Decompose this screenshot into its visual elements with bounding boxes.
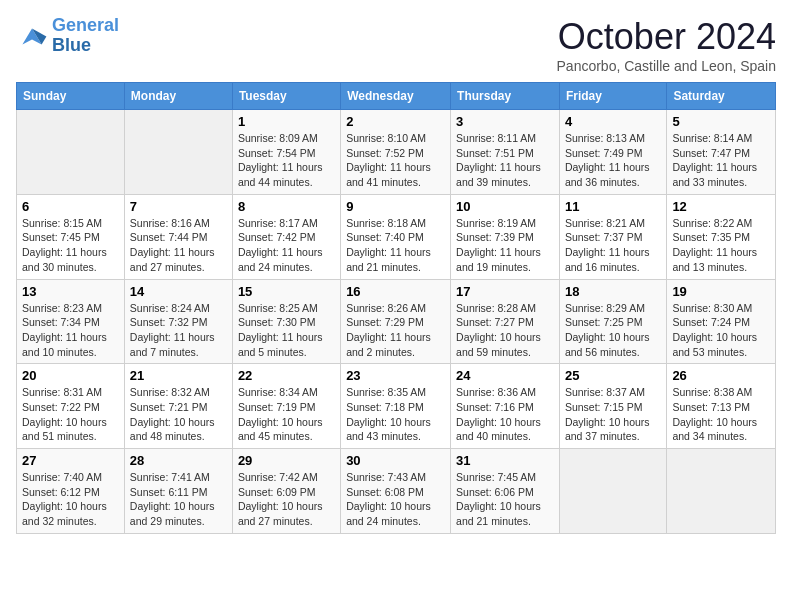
day-number: 2 [346,114,445,129]
calendar-cell: 2Sunrise: 8:10 AMSunset: 7:52 PMDaylight… [341,110,451,195]
day-number: 26 [672,368,770,383]
calendar-cell: 18Sunrise: 8:29 AMSunset: 7:25 PMDayligh… [559,279,666,364]
header-thursday: Thursday [451,83,560,110]
calendar-cell: 23Sunrise: 8:35 AMSunset: 7:18 PMDayligh… [341,364,451,449]
day-number: 16 [346,284,445,299]
day-info: Sunrise: 8:34 AMSunset: 7:19 PMDaylight:… [238,385,335,444]
day-info: Sunrise: 8:37 AMSunset: 7:15 PMDaylight:… [565,385,661,444]
calendar-cell: 26Sunrise: 8:38 AMSunset: 7:13 PMDayligh… [667,364,776,449]
calendar-cell: 29Sunrise: 7:42 AMSunset: 6:09 PMDayligh… [232,449,340,534]
day-number: 22 [238,368,335,383]
day-number: 12 [672,199,770,214]
day-info: Sunrise: 8:13 AMSunset: 7:49 PMDaylight:… [565,131,661,190]
calendar-cell: 17Sunrise: 8:28 AMSunset: 7:27 PMDayligh… [451,279,560,364]
day-info: Sunrise: 8:36 AMSunset: 7:16 PMDaylight:… [456,385,554,444]
calendar-cell: 1Sunrise: 8:09 AMSunset: 7:54 PMDaylight… [232,110,340,195]
header-monday: Monday [124,83,232,110]
calendar-cell: 12Sunrise: 8:22 AMSunset: 7:35 PMDayligh… [667,194,776,279]
day-number: 7 [130,199,227,214]
day-info: Sunrise: 8:24 AMSunset: 7:32 PMDaylight:… [130,301,227,360]
calendar-cell: 21Sunrise: 8:32 AMSunset: 7:21 PMDayligh… [124,364,232,449]
day-number: 24 [456,368,554,383]
day-number: 25 [565,368,661,383]
day-number: 19 [672,284,770,299]
day-number: 15 [238,284,335,299]
day-number: 18 [565,284,661,299]
calendar-table: SundayMondayTuesdayWednesdayThursdayFrid… [16,82,776,534]
calendar-cell: 7Sunrise: 8:16 AMSunset: 7:44 PMDaylight… [124,194,232,279]
calendar-cell: 5Sunrise: 8:14 AMSunset: 7:47 PMDaylight… [667,110,776,195]
calendar-cell [17,110,125,195]
day-number: 17 [456,284,554,299]
week-row-2: 6Sunrise: 8:15 AMSunset: 7:45 PMDaylight… [17,194,776,279]
day-number: 11 [565,199,661,214]
location-subtitle: Pancorbo, Castille and Leon, Spain [557,58,776,74]
calendar-cell: 19Sunrise: 8:30 AMSunset: 7:24 PMDayligh… [667,279,776,364]
week-row-5: 27Sunrise: 7:40 AMSunset: 6:12 PMDayligh… [17,449,776,534]
day-number: 29 [238,453,335,468]
calendar-cell [667,449,776,534]
calendar-cell: 6Sunrise: 8:15 AMSunset: 7:45 PMDaylight… [17,194,125,279]
calendar-cell: 31Sunrise: 7:45 AMSunset: 6:06 PMDayligh… [451,449,560,534]
day-number: 8 [238,199,335,214]
header-saturday: Saturday [667,83,776,110]
calendar-cell: 14Sunrise: 8:24 AMSunset: 7:32 PMDayligh… [124,279,232,364]
day-info: Sunrise: 8:10 AMSunset: 7:52 PMDaylight:… [346,131,445,190]
day-number: 13 [22,284,119,299]
day-number: 27 [22,453,119,468]
day-info: Sunrise: 7:42 AMSunset: 6:09 PMDaylight:… [238,470,335,529]
calendar-cell: 16Sunrise: 8:26 AMSunset: 7:29 PMDayligh… [341,279,451,364]
day-info: Sunrise: 7:43 AMSunset: 6:08 PMDaylight:… [346,470,445,529]
day-info: Sunrise: 8:30 AMSunset: 7:24 PMDaylight:… [672,301,770,360]
day-info: Sunrise: 7:41 AMSunset: 6:11 PMDaylight:… [130,470,227,529]
day-info: Sunrise: 8:16 AMSunset: 7:44 PMDaylight:… [130,216,227,275]
month-title: October 2024 [557,16,776,58]
day-info: Sunrise: 7:40 AMSunset: 6:12 PMDaylight:… [22,470,119,529]
day-info: Sunrise: 8:21 AMSunset: 7:37 PMDaylight:… [565,216,661,275]
day-info: Sunrise: 8:26 AMSunset: 7:29 PMDaylight:… [346,301,445,360]
day-number: 10 [456,199,554,214]
calendar-cell [559,449,666,534]
logo-icon [16,22,48,50]
calendar-cell: 11Sunrise: 8:21 AMSunset: 7:37 PMDayligh… [559,194,666,279]
day-number: 6 [22,199,119,214]
day-number: 3 [456,114,554,129]
day-info: Sunrise: 8:22 AMSunset: 7:35 PMDaylight:… [672,216,770,275]
day-info: Sunrise: 8:17 AMSunset: 7:42 PMDaylight:… [238,216,335,275]
day-info: Sunrise: 8:28 AMSunset: 7:27 PMDaylight:… [456,301,554,360]
logo-text: GeneralBlue [52,16,119,56]
header-friday: Friday [559,83,666,110]
calendar-cell: 10Sunrise: 8:19 AMSunset: 7:39 PMDayligh… [451,194,560,279]
day-info: Sunrise: 8:19 AMSunset: 7:39 PMDaylight:… [456,216,554,275]
title-section: October 2024 Pancorbo, Castille and Leon… [557,16,776,74]
week-row-4: 20Sunrise: 8:31 AMSunset: 7:22 PMDayligh… [17,364,776,449]
calendar-cell: 30Sunrise: 7:43 AMSunset: 6:08 PMDayligh… [341,449,451,534]
calendar-cell: 3Sunrise: 8:11 AMSunset: 7:51 PMDaylight… [451,110,560,195]
week-row-3: 13Sunrise: 8:23 AMSunset: 7:34 PMDayligh… [17,279,776,364]
day-info: Sunrise: 8:29 AMSunset: 7:25 PMDaylight:… [565,301,661,360]
day-info: Sunrise: 8:38 AMSunset: 7:13 PMDaylight:… [672,385,770,444]
day-number: 21 [130,368,227,383]
day-number: 28 [130,453,227,468]
day-info: Sunrise: 8:15 AMSunset: 7:45 PMDaylight:… [22,216,119,275]
day-info: Sunrise: 8:25 AMSunset: 7:30 PMDaylight:… [238,301,335,360]
day-info: Sunrise: 8:32 AMSunset: 7:21 PMDaylight:… [130,385,227,444]
calendar-cell: 22Sunrise: 8:34 AMSunset: 7:19 PMDayligh… [232,364,340,449]
day-info: Sunrise: 8:11 AMSunset: 7:51 PMDaylight:… [456,131,554,190]
day-info: Sunrise: 7:45 AMSunset: 6:06 PMDaylight:… [456,470,554,529]
day-info: Sunrise: 8:35 AMSunset: 7:18 PMDaylight:… [346,385,445,444]
calendar-cell: 15Sunrise: 8:25 AMSunset: 7:30 PMDayligh… [232,279,340,364]
day-number: 9 [346,199,445,214]
calendar-cell: 4Sunrise: 8:13 AMSunset: 7:49 PMDaylight… [559,110,666,195]
day-info: Sunrise: 8:23 AMSunset: 7:34 PMDaylight:… [22,301,119,360]
day-number: 1 [238,114,335,129]
day-number: 20 [22,368,119,383]
header-tuesday: Tuesday [232,83,340,110]
day-info: Sunrise: 8:14 AMSunset: 7:47 PMDaylight:… [672,131,770,190]
calendar-cell [124,110,232,195]
calendar-cell: 27Sunrise: 7:40 AMSunset: 6:12 PMDayligh… [17,449,125,534]
calendar-cell: 20Sunrise: 8:31 AMSunset: 7:22 PMDayligh… [17,364,125,449]
calendar-cell: 13Sunrise: 8:23 AMSunset: 7:34 PMDayligh… [17,279,125,364]
calendar-header-row: SundayMondayTuesdayWednesdayThursdayFrid… [17,83,776,110]
calendar-cell: 8Sunrise: 8:17 AMSunset: 7:42 PMDaylight… [232,194,340,279]
